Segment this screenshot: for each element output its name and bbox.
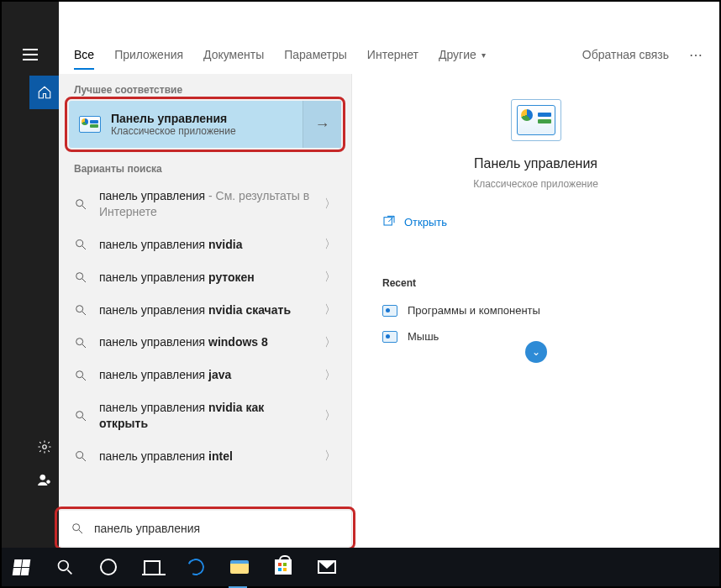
svg-point-7 bbox=[76, 273, 83, 280]
search-icon bbox=[74, 303, 87, 317]
chevron-right-icon: 〉 bbox=[324, 449, 336, 464]
mouse-icon bbox=[382, 331, 397, 343]
edge-icon bbox=[185, 556, 207, 578]
svg-point-11 bbox=[76, 339, 83, 345]
chevron-right-icon: 〉 bbox=[324, 270, 336, 285]
chevron-right-icon: 〉 bbox=[324, 335, 336, 350]
store-icon bbox=[275, 559, 292, 575]
tab-internet[interactable]: Интернет bbox=[367, 48, 418, 61]
svg-line-21 bbox=[79, 530, 82, 533]
svg-line-12 bbox=[82, 344, 86, 348]
search-option-row[interactable]: панель управления nvidia скачать〉 bbox=[59, 294, 351, 327]
svg-line-18 bbox=[82, 458, 86, 461]
svg-line-8 bbox=[82, 279, 86, 282]
search-option-row[interactable]: панель управления рутокен〉 bbox=[59, 261, 351, 294]
svg-point-15 bbox=[76, 412, 83, 418]
tab-other[interactable]: Другие bbox=[439, 48, 476, 61]
account-icon bbox=[37, 473, 52, 488]
search-option-row[interactable]: панель управления nvidia как открыть〉 bbox=[59, 391, 351, 440]
svg-point-9 bbox=[76, 306, 83, 312]
search-option-row[interactable]: панель управления intel〉 bbox=[59, 440, 351, 473]
gear-icon bbox=[37, 439, 52, 454]
search-option-row[interactable]: панель управления - См. результаты в Инт… bbox=[59, 180, 351, 228]
chevron-down-icon: ⌄ bbox=[532, 346, 540, 358]
feedback-link[interactable]: Обратная связь bbox=[582, 48, 669, 61]
cortana-button[interactable] bbox=[96, 554, 121, 580]
start-button[interactable] bbox=[8, 554, 34, 580]
best-match-subtitle: Классическое приложение bbox=[111, 125, 303, 137]
search-icon bbox=[74, 409, 87, 423]
file-explorer-button[interactable] bbox=[227, 554, 252, 580]
windows-icon bbox=[12, 559, 30, 575]
search-option-text: панель управления - См. результаты в Инт… bbox=[99, 188, 313, 220]
programs-icon bbox=[382, 305, 397, 317]
svg-point-3 bbox=[76, 200, 83, 207]
best-match-title: Панель управления bbox=[111, 112, 303, 125]
more-menu[interactable]: ⋯ bbox=[689, 47, 704, 63]
chevron-right-icon: 〉 bbox=[324, 408, 336, 423]
search-option-text: панель управления intel bbox=[99, 449, 313, 465]
taskbar-search[interactable] bbox=[52, 554, 77, 580]
expand-down-button[interactable]: ⌄ bbox=[525, 341, 547, 363]
home-tile[interactable] bbox=[29, 76, 59, 109]
taskbar bbox=[2, 548, 719, 586]
search-option-row[interactable]: панель управления java〉 bbox=[59, 359, 351, 391]
chevron-right-icon: 〉 bbox=[324, 302, 336, 318]
tab-settings[interactable]: Параметры bbox=[284, 48, 347, 61]
tab-apps[interactable]: Приложения bbox=[114, 48, 183, 61]
best-match-card[interactable]: Панель управления Классическое приложени… bbox=[69, 101, 341, 148]
open-label: Открыть bbox=[404, 216, 447, 228]
arrow-right-icon[interactable]: → bbox=[303, 101, 341, 148]
tab-docs[interactable]: Документы bbox=[203, 48, 264, 61]
svg-line-14 bbox=[82, 377, 86, 381]
search-bar[interactable] bbox=[59, 511, 351, 546]
open-icon bbox=[382, 215, 396, 228]
search-option-text: панель управления java bbox=[99, 367, 313, 383]
search-icon bbox=[56, 559, 73, 575]
svg-line-23 bbox=[67, 570, 71, 574]
svg-point-5 bbox=[76, 240, 83, 247]
svg-line-6 bbox=[82, 246, 86, 249]
svg-line-4 bbox=[82, 206, 86, 209]
mail-icon bbox=[318, 560, 336, 574]
svg-point-22 bbox=[59, 561, 69, 571]
search-input[interactable] bbox=[94, 522, 339, 535]
task-view-button[interactable] bbox=[139, 554, 165, 580]
svg-point-20 bbox=[73, 524, 80, 531]
chevron-right-icon: 〉 bbox=[324, 237, 336, 252]
chevron-right-icon: 〉 bbox=[324, 197, 336, 212]
chevron-down-icon[interactable]: ▾ bbox=[482, 50, 486, 60]
svg-point-0 bbox=[42, 445, 46, 449]
detail-title: Панель управления bbox=[474, 156, 597, 171]
folder-icon bbox=[230, 560, 249, 574]
details-panel: Панель управления Классическое приложени… bbox=[351, 74, 719, 548]
search-icon bbox=[74, 197, 87, 211]
search-option-row[interactable]: панель управления windows 8〉 bbox=[59, 326, 351, 359]
recent-item-label: Мышь bbox=[408, 330, 439, 343]
hamburger-icon bbox=[23, 49, 38, 60]
control-panel-icon bbox=[79, 116, 101, 133]
recent-item-label: Программы и компоненты bbox=[408, 304, 540, 317]
cortana-icon bbox=[100, 559, 117, 575]
hamburger-button[interactable] bbox=[2, 35, 59, 74]
store-button[interactable] bbox=[271, 554, 296, 580]
edge-button[interactable] bbox=[183, 554, 208, 580]
search-icon bbox=[74, 270, 87, 284]
search-option-row[interactable]: панель управления nvidia〉 bbox=[59, 228, 351, 261]
search-icon bbox=[74, 238, 87, 251]
search-icon bbox=[74, 336, 87, 349]
search-option-text: панель управления nvidia bbox=[99, 237, 313, 253]
svg-point-2 bbox=[46, 480, 50, 484]
settings-tile[interactable] bbox=[29, 430, 59, 464]
home-icon bbox=[37, 85, 52, 100]
tab-all[interactable]: Все bbox=[74, 48, 94, 70]
open-action[interactable]: Открыть bbox=[352, 190, 719, 228]
search-icon bbox=[71, 522, 84, 535]
mail-button[interactable] bbox=[314, 554, 339, 580]
recent-item[interactable]: Программы и компоненты bbox=[352, 297, 719, 323]
control-panel-icon-large bbox=[511, 99, 561, 141]
account-tile[interactable] bbox=[29, 464, 59, 497]
topnav: Все Приложения Документы Параметры Интер… bbox=[59, 35, 719, 74]
svg-line-10 bbox=[82, 312, 86, 315]
best-match-label: Лучшее соответствие bbox=[59, 74, 351, 101]
